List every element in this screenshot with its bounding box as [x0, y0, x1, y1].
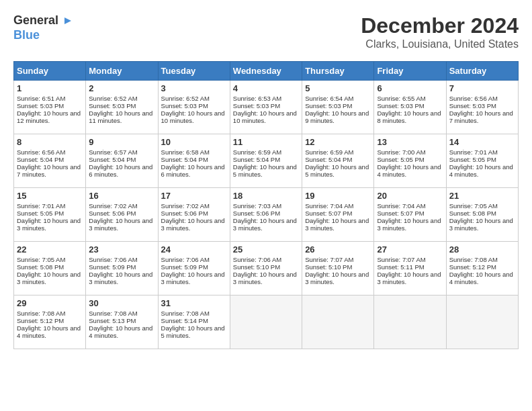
daylight-label: Daylight: 10 hours and 5 minutes. — [161, 324, 225, 339]
daylight-label: Daylight: 10 hours and 10 minutes. — [161, 109, 225, 124]
day-number: 28 — [449, 244, 515, 255]
col-saturday: Saturday — [446, 62, 518, 81]
sunset-label: Sunset: 5:07 PM — [305, 210, 352, 217]
sunrise-label: Sunrise: 6:54 AM — [305, 95, 353, 102]
sunset-label: Sunset: 5:08 PM — [17, 263, 64, 271]
day-number: 6 — [377, 83, 443, 93]
sunset-label: Sunset: 5:03 PM — [161, 102, 208, 109]
daylight-label: Daylight: 10 hours and 6 minutes. — [161, 163, 225, 178]
calendar-cell: 25 Sunrise: 7:06 AM Sunset: 5:10 PM Dayl… — [230, 242, 302, 295]
daylight-label: Daylight: 10 hours and 3 minutes. — [161, 217, 225, 232]
sunrise-label: Sunrise: 6:59 AM — [233, 148, 281, 156]
calendar-cell: 30 Sunrise: 7:08 AM Sunset: 5:13 PM Dayl… — [86, 295, 158, 349]
daylight-label: Daylight: 10 hours and 7 minutes. — [449, 109, 513, 124]
daylight-label: Daylight: 10 hours and 4 minutes. — [17, 324, 81, 339]
daylight-label: Daylight: 10 hours and 6 minutes. — [89, 163, 152, 178]
sunset-label: Sunset: 5:05 PM — [17, 210, 64, 217]
daylight-label: Daylight: 10 hours and 3 minutes. — [449, 217, 513, 232]
day-number: 18 — [233, 191, 299, 201]
header-row: Sunday Monday Tuesday Wednesday Thursday… — [14, 62, 519, 81]
calendar-cell: 19 Sunrise: 7:04 AM Sunset: 5:07 PM Dayl… — [302, 188, 374, 242]
calendar-cell: 16 Sunrise: 7:02 AM Sunset: 5:06 PM Dayl… — [86, 188, 158, 242]
calendar-cell: 1 Sunrise: 6:51 AM Sunset: 5:03 PM Dayli… — [14, 81, 86, 134]
day-number: 14 — [449, 137, 515, 147]
calendar-cell: 5 Sunrise: 6:54 AM Sunset: 5:03 PM Dayli… — [302, 81, 374, 134]
calendar-cell: 21 Sunrise: 7:05 AM Sunset: 5:08 PM Dayl… — [446, 188, 518, 242]
sunset-label: Sunset: 5:03 PM — [89, 102, 136, 109]
sunrise-label: Sunrise: 6:55 AM — [377, 95, 425, 102]
day-number: 23 — [89, 244, 154, 255]
daylight-label: Daylight: 10 hours and 3 minutes. — [17, 271, 81, 285]
calendar-cell — [446, 295, 518, 349]
calendar-cell: 11 Sunrise: 6:59 AM Sunset: 5:04 PM Dayl… — [230, 134, 302, 188]
sunset-label: Sunset: 5:06 PM — [89, 210, 136, 217]
sunrise-label: Sunrise: 7:03 AM — [233, 202, 281, 210]
sunset-label: Sunset: 5:14 PM — [161, 317, 208, 324]
sunset-label: Sunset: 5:06 PM — [233, 210, 280, 217]
sunset-label: Sunset: 5:12 PM — [17, 317, 64, 324]
day-number: 2 — [89, 83, 154, 93]
sunrise-label: Sunrise: 7:01 AM — [17, 202, 65, 210]
sunset-label: Sunset: 5:10 PM — [305, 263, 352, 271]
calendar-cell: 14 Sunrise: 7:01 AM Sunset: 5:05 PM Dayl… — [446, 134, 518, 188]
sunrise-label: Sunrise: 6:58 AM — [161, 148, 210, 156]
calendar-week-row: 15 Sunrise: 7:01 AM Sunset: 5:05 PM Dayl… — [14, 188, 519, 242]
daylight-label: Daylight: 10 hours and 5 minutes. — [305, 163, 369, 178]
sunrise-label: Sunrise: 7:06 AM — [89, 256, 137, 263]
sunset-label: Sunset: 5:12 PM — [449, 263, 496, 271]
calendar-cell: 3 Sunrise: 6:52 AM Sunset: 5:03 PM Dayli… — [158, 81, 230, 134]
daylight-label: Daylight: 10 hours and 3 minutes. — [305, 271, 369, 285]
day-number: 29 — [17, 298, 83, 308]
sunrise-label: Sunrise: 7:01 AM — [449, 148, 498, 156]
day-number: 19 — [305, 191, 371, 201]
day-number: 8 — [17, 137, 83, 147]
sunrise-label: Sunrise: 6:51 AM — [17, 95, 65, 102]
calendar-cell: 13 Sunrise: 7:00 AM Sunset: 5:05 PM Dayl… — [374, 134, 446, 188]
day-number: 4 — [233, 83, 299, 93]
day-number: 17 — [161, 191, 227, 201]
day-number: 13 — [377, 137, 443, 147]
calendar-week-row: 29 Sunrise: 7:08 AM Sunset: 5:12 PM Dayl… — [14, 295, 519, 349]
sunset-label: Sunset: 5:03 PM — [17, 102, 64, 109]
calendar-table: Sunday Monday Tuesday Wednesday Thursday… — [13, 61, 519, 349]
daylight-label: Daylight: 10 hours and 8 minutes. — [377, 109, 441, 124]
day-number: 3 — [161, 83, 227, 93]
sunrise-label: Sunrise: 6:52 AM — [89, 95, 137, 102]
sunset-label: Sunset: 5:05 PM — [377, 156, 424, 163]
sunset-label: Sunset: 5:03 PM — [305, 102, 352, 109]
calendar-week-row: 1 Sunrise: 6:51 AM Sunset: 5:03 PM Dayli… — [14, 81, 519, 134]
sunrise-label: Sunrise: 6:52 AM — [161, 95, 210, 102]
day-number: 27 — [377, 244, 443, 255]
calendar-cell: 12 Sunrise: 6:59 AM Sunset: 5:04 PM Dayl… — [302, 134, 374, 188]
calendar-cell: 31 Sunrise: 7:08 AM Sunset: 5:14 PM Dayl… — [158, 295, 230, 349]
day-number: 5 — [305, 83, 371, 93]
calendar-cell: 9 Sunrise: 6:57 AM Sunset: 5:04 PM Dayli… — [86, 134, 158, 188]
sunset-label: Sunset: 5:06 PM — [161, 210, 208, 217]
sunset-label: Sunset: 5:13 PM — [89, 317, 136, 324]
sunset-label: Sunset: 5:03 PM — [377, 102, 424, 109]
title-block: December 2024 Clarks, Louisiana, United … — [361, 13, 519, 50]
sunset-label: Sunset: 5:07 PM — [377, 210, 424, 217]
daylight-label: Daylight: 10 hours and 4 minutes. — [449, 271, 513, 285]
col-monday: Monday — [86, 62, 158, 81]
sunrise-label: Sunrise: 7:02 AM — [89, 202, 137, 210]
daylight-label: Daylight: 10 hours and 3 minutes. — [233, 271, 297, 285]
logo: General Blue — [13, 13, 74, 42]
col-thursday: Thursday — [302, 62, 374, 81]
sunrise-label: Sunrise: 7:06 AM — [233, 256, 281, 263]
sunset-label: Sunset: 5:04 PM — [161, 156, 208, 163]
calendar-cell: 28 Sunrise: 7:08 AM Sunset: 5:12 PM Dayl… — [446, 242, 518, 295]
calendar-cell: 10 Sunrise: 6:58 AM Sunset: 5:04 PM Dayl… — [158, 134, 230, 188]
daylight-label: Daylight: 10 hours and 3 minutes. — [89, 217, 152, 232]
day-number: 25 — [233, 244, 299, 255]
daylight-label: Daylight: 10 hours and 12 minutes. — [17, 109, 81, 124]
logo-line2: Blue — [13, 28, 74, 43]
day-number: 21 — [449, 191, 515, 201]
sunset-label: Sunset: 5:04 PM — [233, 156, 280, 163]
day-number: 30 — [89, 298, 154, 308]
daylight-label: Daylight: 10 hours and 7 minutes. — [17, 163, 81, 178]
sunrise-label: Sunrise: 7:04 AM — [377, 202, 425, 210]
day-number: 24 — [161, 244, 227, 255]
day-number: 22 — [17, 244, 83, 255]
daylight-label: Daylight: 10 hours and 11 minutes. — [89, 109, 152, 124]
